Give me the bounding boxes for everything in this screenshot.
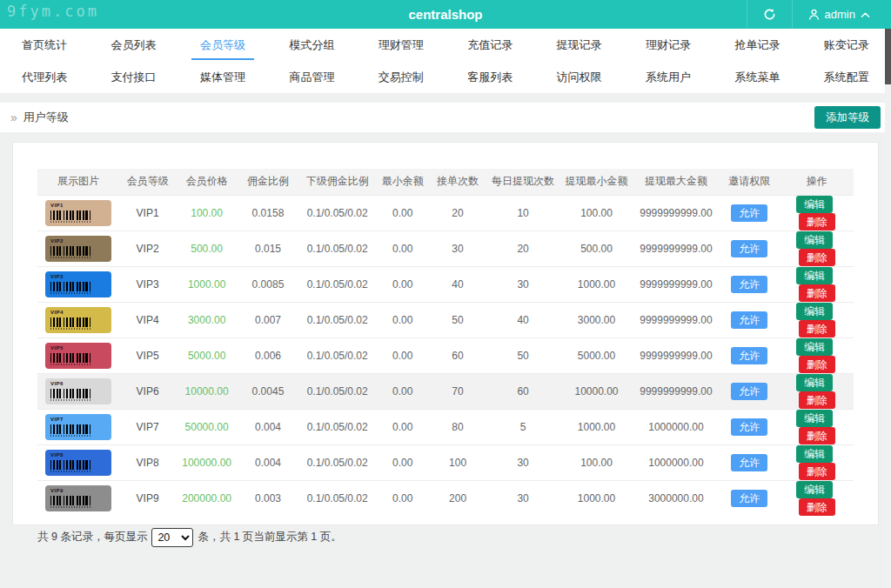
- add-level-button[interactable]: 添加等级: [814, 106, 881, 129]
- delete-button[interactable]: 删除: [799, 463, 835, 480]
- edit-button[interactable]: 编辑: [796, 410, 833, 427]
- delete-button[interactable]: 删除: [799, 356, 835, 373]
- delete-button[interactable]: 删除: [799, 320, 835, 337]
- nav-tab[interactable]: 充值记录: [446, 29, 534, 61]
- nav-tab[interactable]: 提现记录: [534, 29, 623, 61]
- orders-cell: 20: [429, 195, 486, 231]
- level-cell: VIP1: [119, 195, 177, 231]
- actions-cell: 编辑删除: [780, 373, 854, 409]
- invite-allow-button[interactable]: 允许: [731, 418, 767, 436]
- nav-tab[interactable]: 系统配置: [802, 61, 891, 93]
- nav-tab[interactable]: 会员等级: [178, 29, 267, 61]
- barcode-digits: [50, 471, 90, 472]
- nav-tab[interactable]: 交易控制: [357, 61, 446, 93]
- invite-allow-button[interactable]: 允许: [731, 276, 767, 293]
- invite-allow-button[interactable]: 允许: [731, 347, 767, 364]
- nav-tab[interactable]: 媒体管理: [178, 61, 267, 93]
- nav-tab[interactable]: 理财记录: [624, 29, 713, 61]
- delete-button[interactable]: 删除: [799, 391, 835, 409]
- refresh-button[interactable]: [747, 0, 792, 29]
- invite-allow-button[interactable]: 允许: [731, 454, 767, 471]
- main-nav: 首页统计会员列表会员等级模式分组理财管理充值记录提现记录理财记录抢单记录账变记录…: [0, 29, 891, 93]
- user-icon: [808, 9, 820, 20]
- nav-tab[interactable]: 抢单记录: [713, 29, 801, 61]
- nav-tab[interactable]: 代理列表: [0, 61, 89, 93]
- min-balance-cell: 0.00: [376, 373, 429, 409]
- delete-button[interactable]: 删除: [799, 427, 835, 444]
- level-image-cell: VIP3: [37, 266, 119, 302]
- invite-allow-button[interactable]: 允许: [731, 490, 767, 507]
- commission-cell: 0.0045: [238, 373, 298, 409]
- nav-tab[interactable]: 支付接口: [89, 61, 178, 93]
- nav-tab[interactable]: 会员列表: [89, 29, 178, 61]
- edit-button[interactable]: 编辑: [796, 338, 833, 356]
- commission-cell: 0.0158: [238, 195, 298, 231]
- column-header: 展示图片: [37, 169, 119, 195]
- invite-allow-button[interactable]: 允许: [731, 240, 767, 257]
- invite-cell: 允许: [719, 302, 780, 337]
- min-balance-cell: 0.00: [376, 266, 429, 302]
- min-balance-cell: 0.00: [376, 480, 429, 516]
- level-card-image: VIP5: [45, 343, 111, 369]
- delete-button[interactable]: 删除: [799, 498, 835, 516]
- level-card-label: VIP5: [50, 345, 64, 351]
- invite-allow-button[interactable]: 允许: [731, 311, 767, 329]
- daily-withdraw-cell: 40: [486, 302, 559, 337]
- content-card: 展示图片会员等级会员价格佣金比例下级佣金比例最小余额接单次数每日提现次数提现最小…: [12, 142, 879, 525]
- barcode-digits: [50, 328, 90, 330]
- min-balance-cell: 0.00: [376, 409, 429, 444]
- edit-button[interactable]: 编辑: [796, 231, 833, 249]
- edit-button[interactable]: 编辑: [796, 303, 833, 320]
- level-cell: VIP5: [119, 337, 177, 373]
- nav-tab[interactable]: 访问权限: [534, 61, 623, 93]
- edit-button[interactable]: 编辑: [796, 445, 833, 463]
- page-size-select[interactable]: 20: [151, 528, 193, 547]
- level-card-image: VIP4: [45, 307, 111, 333]
- orders-cell: 40: [429, 266, 486, 302]
- delete-button[interactable]: 删除: [799, 249, 835, 266]
- nav-tab[interactable]: 商品管理: [267, 61, 356, 93]
- table-row: VIP9VIP9200000.000.0030.1/0.05/0.020.002…: [37, 480, 854, 516]
- user-menu[interactable]: admin: [792, 0, 886, 29]
- max-withdraw-cell: 9999999999.00: [633, 337, 719, 373]
- level-card-label: VIP2: [50, 238, 64, 244]
- delete-button[interactable]: 删除: [799, 213, 835, 231]
- orders-cell: 80: [429, 409, 486, 444]
- nav-tab[interactable]: 客服列表: [446, 61, 534, 93]
- delete-button[interactable]: 删除: [799, 284, 835, 302]
- barcode-digits: [50, 257, 90, 258]
- top-header: 9fym.com centralshop admin: [0, 0, 891, 29]
- column-header: 接单次数: [429, 169, 486, 195]
- price-cell: 200000.00: [176, 480, 237, 516]
- nav-tab[interactable]: 账变记录: [802, 29, 891, 61]
- level-card-label: VIP1: [50, 203, 64, 208]
- table-header-row: 展示图片会员等级会员价格佣金比例下级佣金比例最小余额接单次数每日提现次数提现最小…: [37, 169, 854, 195]
- edit-button[interactable]: 编辑: [796, 267, 833, 284]
- level-image-cell: VIP5: [37, 337, 119, 373]
- orders-cell: 100: [429, 444, 486, 480]
- nav-tab[interactable]: 模式分组: [267, 29, 356, 61]
- min-withdraw-cell: 500.00: [559, 231, 633, 266]
- min-withdraw-cell: 1000.00: [559, 480, 633, 516]
- daily-withdraw-cell: 60: [486, 373, 559, 409]
- level-card-image: VIP2: [45, 236, 111, 262]
- invite-cell: 允许: [719, 373, 780, 409]
- scrollbar-thumb[interactable]: [885, 29, 891, 84]
- level-card-label: VIP4: [50, 310, 64, 315]
- level-image-cell: VIP8: [37, 444, 119, 480]
- nav-tab[interactable]: 理财管理: [357, 29, 446, 61]
- vertical-scrollbar[interactable]: [885, 29, 891, 588]
- edit-button[interactable]: 编辑: [796, 481, 833, 498]
- nav-tab[interactable]: 首页统计: [0, 29, 89, 61]
- level-card-label: VIP3: [50, 274, 64, 279]
- nav-tab[interactable]: 系统菜单: [713, 61, 801, 93]
- divider-strip: [0, 93, 891, 103]
- invite-allow-button[interactable]: 允许: [731, 383, 767, 400]
- edit-button[interactable]: 编辑: [796, 374, 833, 391]
- level-cell: VIP3: [119, 266, 177, 302]
- nav-tab[interactable]: 系统用户: [624, 61, 713, 93]
- commission-cell: 0.006: [238, 337, 298, 373]
- daily-withdraw-cell: 10: [486, 195, 559, 231]
- edit-button[interactable]: 编辑: [796, 196, 833, 213]
- invite-allow-button[interactable]: 允许: [731, 204, 767, 222]
